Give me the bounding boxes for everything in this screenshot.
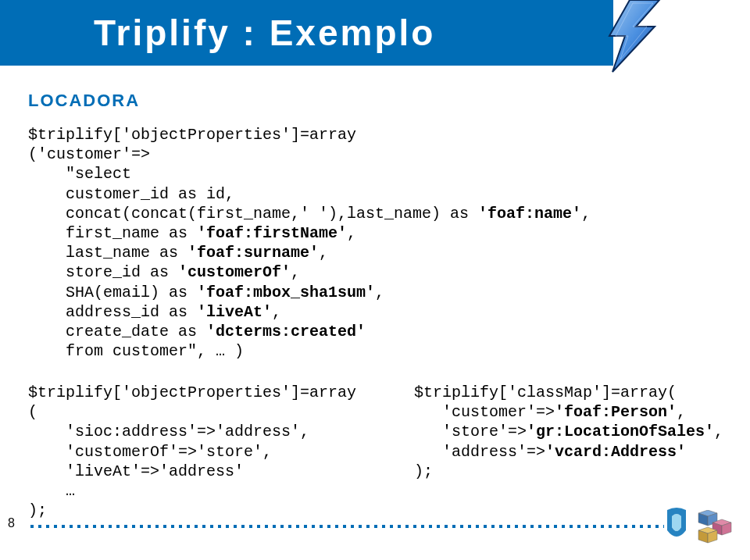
code-line: SHA(email) as bbox=[28, 284, 197, 301]
code-text: , bbox=[319, 244, 328, 262]
code-keyword: 'vcard:Address' bbox=[545, 443, 686, 461]
code-line: address_id as bbox=[28, 303, 197, 321]
code-keyword: 'foaf:Person' bbox=[555, 403, 677, 421]
code-block-main: $triplify['objectProperties']=array ('cu… bbox=[28, 125, 591, 361]
code-line: 'customer'=> bbox=[414, 403, 555, 421]
code-keyword: 'foaf:firstName' bbox=[197, 224, 347, 242]
code-line: ); bbox=[414, 462, 433, 480]
code-line: create_date as bbox=[28, 323, 206, 341]
code-text: , bbox=[375, 284, 384, 301]
cubes-logo-icon bbox=[697, 510, 733, 544]
code-keyword: 'foaf:mbox_sha1sum' bbox=[197, 284, 375, 301]
code-text: , bbox=[347, 224, 356, 242]
code-line: $triplify['objectProperties']=array bbox=[28, 126, 356, 144]
code-line: … bbox=[28, 482, 75, 500]
code-line: $triplify['classMap']=array( bbox=[414, 383, 677, 401]
footer-logos bbox=[664, 507, 733, 544]
code-keyword: 'liveAt' bbox=[197, 303, 272, 321]
code-line: 'address'=> bbox=[414, 443, 545, 461]
code-line: 'customerOf'=>'store', bbox=[28, 443, 272, 461]
code-line: "select bbox=[28, 165, 131, 183]
footer-dots bbox=[28, 523, 664, 530]
code-text: , bbox=[291, 263, 300, 281]
code-line: store_id as bbox=[28, 263, 178, 281]
code-line: 'store'=> bbox=[414, 423, 527, 441]
code-line: ); bbox=[28, 501, 47, 519]
page-title: Triplify : Exemplo bbox=[94, 12, 435, 54]
code-keyword: 'customerOf' bbox=[178, 263, 291, 281]
lightning-bolt-icon bbox=[598, 0, 669, 73]
code-line: first_name as bbox=[28, 224, 197, 242]
code-text: , bbox=[272, 303, 281, 321]
code-keyword: 'gr:LocationOfSales' bbox=[527, 423, 714, 441]
code-keyword: 'foaf:surname' bbox=[188, 244, 319, 262]
code-line: 'sioc:address'=>'address', bbox=[28, 423, 309, 441]
code-block-right: $triplify['classMap']=array( 'customer'=… bbox=[414, 383, 723, 481]
code-line: 'liveAt'=>'address' bbox=[28, 462, 244, 480]
code-line: $triplify['objectProperties']=array bbox=[28, 383, 356, 401]
code-keyword: 'dcterms:created' bbox=[206, 323, 366, 341]
code-keyword: 'foaf:name' bbox=[478, 205, 581, 223]
code-line: ( bbox=[28, 403, 38, 421]
title-bar: Triplify : Exemplo bbox=[0, 0, 613, 66]
code-text: , bbox=[581, 205, 591, 223]
section-label-locadora: LOCADORA bbox=[28, 91, 140, 111]
code-text: , bbox=[677, 403, 686, 421]
code-line: customer_id as id, bbox=[28, 185, 234, 203]
page-number: 8 bbox=[8, 516, 15, 530]
code-line: last_name as bbox=[28, 244, 188, 262]
abstract-logo-icon bbox=[664, 507, 689, 544]
code-block-left: $triplify['objectProperties']=array ( 's… bbox=[28, 383, 356, 520]
code-line: concat(concat(first_name,' '),last_name)… bbox=[28, 205, 478, 223]
code-text: , bbox=[714, 423, 723, 441]
code-line: from customer", … ) bbox=[28, 342, 244, 360]
code-line: ('customer'=> bbox=[28, 145, 150, 163]
